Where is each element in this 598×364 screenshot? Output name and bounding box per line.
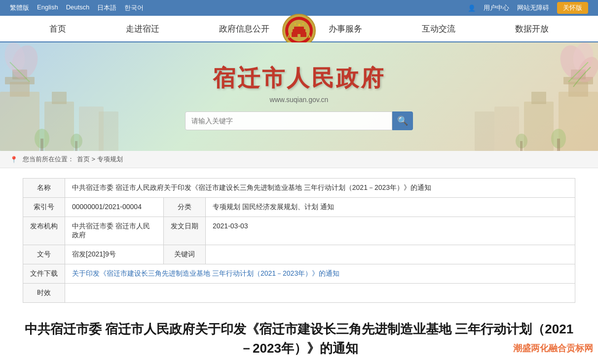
svg-rect-35 [520,141,523,151]
value-keywords [206,245,575,264]
accessibility-link[interactable]: 网站无障碍 [517,3,549,12]
table-row-docnum: 文号 宿发[2021]9号 关键词 [23,245,575,264]
lang-english[interactable]: English [37,3,58,12]
svg-rect-31 [475,111,494,151]
lang-korean[interactable]: 한국어 [124,3,144,12]
label-date: 发文日期 [164,217,206,245]
svg-rect-33 [557,139,560,151]
top-bar-languages: 繁體版 English Deutsch 日本語 한국어 [10,3,144,12]
nav-data[interactable]: 数据开放 [505,16,559,41]
hero-section: 宿迁市人民政府 www.suqian.gov.cn 🔍 [0,42,598,151]
nav-about[interactable]: 走进宿迁 [116,16,169,41]
breadcrumb-label: 您当前所在位置： [23,155,74,164]
article-title: 中共宿迁市委 宿迁市人民政府关于印发《宿迁市建设长三角先进制造业基地 三年行动计… [23,315,575,358]
label-org: 发布机构 [23,217,65,245]
svg-rect-6 [298,34,300,37]
svg-rect-21 [40,139,43,151]
location-icon: 📍 [10,156,18,163]
search-button[interactable]: 🔍 [392,111,413,130]
value-validity [65,284,575,303]
user-center-link[interactable]: 用户中心 [484,3,509,12]
value-download: 关于印发《宿迁市建设长三角先进制造业基地 三年行动计划（2021－2023年）》… [65,264,575,284]
svg-rect-19 [99,111,118,151]
info-table: 名称 中共宿迁市委 宿迁市人民政府关于印发《宿迁市建设长三角先进制造业基地 三年… [23,178,575,303]
table-row-org: 发布机构 中共宿迁市委 宿迁市人民政府 发文日期 2021-03-03 [23,217,575,245]
label-keywords: 关键词 [164,245,206,264]
site-url: www.suqian.gov.cn [270,96,329,104]
label-name: 名称 [23,179,65,198]
lang-japanese[interactable]: 日本語 [97,3,116,12]
table-row-validity: 时效 [23,284,575,303]
lang-deutsch[interactable]: Deutsch [66,3,90,12]
breadcrumb-bar: 📍 您当前所在位置： 首页 > 专项规划 [0,151,598,168]
svg-rect-30 [494,107,519,151]
svg-rect-5 [294,27,304,30]
svg-text:★: ★ [298,23,301,27]
value-index: 00000001/2021-00004 [65,198,164,217]
value-category: 专项规划 国民经济发展规划、计划 通知 [206,198,575,217]
label-validity: 时效 [23,284,65,303]
lang-traditional[interactable]: 繁體版 [10,3,29,12]
value-org: 中共宿迁市委 宿迁市人民政府 [65,217,164,245]
table-row-download: 文件下载 关于印发《宿迁市建设长三角先进制造业基地 三年行动计划（2021－20… [23,264,575,284]
guanhuai-btn[interactable]: 关怀版 [557,2,588,14]
label-docnum: 文号 [23,245,65,264]
nav-bar: 首页 走进宿迁 政府信息公开 ★ ★ ★ 🌾 🌾 办事服务 互动交流 数据开放 [0,16,598,42]
svg-text:🌾: 🌾 [288,35,292,39]
nav-info[interactable]: 政府信息公开 [209,16,279,41]
top-bar-right: 👤 用户中心 网站无障碍 关怀版 [468,2,588,14]
nav-home[interactable]: 首页 [39,16,76,41]
breadcrumb-path: 首页 > 专项规划 [77,155,123,164]
nav-interactive[interactable]: 互动交流 [412,16,465,41]
table-row-index: 索引号 00000001/2021-00004 分类 专项规划 国民经济发展规划… [23,198,575,217]
svg-text:🌾: 🌾 [307,35,311,39]
svg-rect-28 [524,102,554,151]
svg-rect-16 [44,102,74,151]
site-title: 宿迁市人民政府 [213,63,385,94]
value-date: 2021-03-03 [206,217,575,245]
content-area: 名称 中共宿迁市委 宿迁市人民政府关于印发《宿迁市建设长三角先进制造业基地 三年… [8,168,590,364]
value-docnum: 宿发[2021]9号 [65,245,164,264]
download-link[interactable]: 关于印发《宿迁市建设长三角先进制造业基地 三年行动计划（2021－2023年）》… [72,269,339,277]
svg-rect-23 [75,141,77,151]
table-row-name: 名称 中共宿迁市委 宿迁市人民政府关于印发《宿迁市建设长三角先进制造业基地 三年… [23,179,575,198]
label-category: 分类 [164,198,206,217]
hero-flowers-right-decoration [499,42,598,102]
value-name: 中共宿迁市委 宿迁市人民政府关于印发《宿迁市建设长三角先进制造业基地 三年行动计… [65,179,575,198]
hero-flowers-left-decoration [0,42,99,102]
label-download: 文件下载 [23,264,65,284]
search-input[interactable] [185,111,392,130]
nav-service[interactable]: 办事服务 [319,16,372,41]
label-index: 索引号 [23,198,65,217]
search-bar: 🔍 [185,111,413,130]
user-icon: 👤 [468,4,476,12]
